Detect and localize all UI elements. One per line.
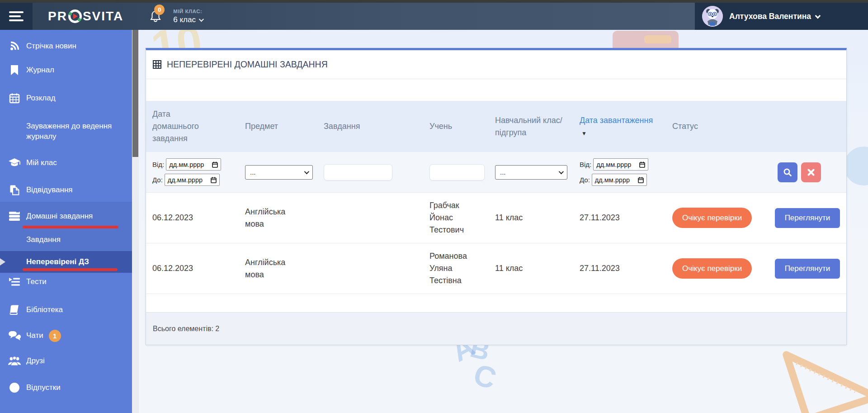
hamburger-icon xyxy=(9,9,24,24)
rss-icon xyxy=(8,41,21,52)
sidebar-item-library[interactable]: Бібліотека xyxy=(0,299,132,321)
prosvita-logo[interactable]: PR SVITA xyxy=(48,9,123,24)
chats-badge: 1 xyxy=(49,330,61,342)
chat-bubbles-icon xyxy=(8,331,21,341)
col-header-status: Статус xyxy=(672,120,775,133)
clear-filters-button[interactable] xyxy=(801,162,821,182)
col-header-pupil: Учень xyxy=(429,120,495,133)
calendar-icon xyxy=(212,161,218,168)
table-filter-row: Від: дд.мм.рррр До: дд.мм.рррр ... xyxy=(146,152,846,192)
sidebar-item-schedule[interactable]: Розклад xyxy=(0,87,132,109)
test-list-icon xyxy=(8,277,21,286)
table-row: 06.12.2023 Англійська мова Романова Улян… xyxy=(146,243,846,294)
homework-date-from-input[interactable]: дд.мм.рррр xyxy=(166,158,221,171)
sidebar-item-news-feed[interactable]: Стрічка новин xyxy=(0,35,132,57)
cell-upload-date: 27.11.2023 xyxy=(580,212,672,224)
date-to-label: До: xyxy=(580,176,590,184)
bookmark-icon xyxy=(8,65,21,76)
main-content: 10 ABC НЕПЕРЕВІРЕНІ ДОМАШНІ ЗАВДАННЯ Дат… xyxy=(139,30,868,413)
view-button[interactable]: Переглянути xyxy=(775,259,840,279)
search-button[interactable] xyxy=(778,162,797,182)
cell-pupil: Романова Уляна Тестівна xyxy=(429,250,475,287)
calendar-icon xyxy=(639,161,645,168)
pages-icon xyxy=(8,185,21,195)
total-items-text: Всього елементів: 2 xyxy=(153,325,219,333)
upload-date-from-input[interactable]: дд.мм.рррр xyxy=(593,158,648,171)
user-name: Алтухова Валентина xyxy=(729,12,811,21)
notifications-button[interactable]: 0 xyxy=(150,10,161,23)
chevron-down-icon xyxy=(559,169,564,174)
sidebar-item-vacations[interactable]: Відпустки xyxy=(0,377,132,399)
cell-homework-date: 06.12.2023 xyxy=(152,212,245,224)
sidebar-nav: Стрічка новин Журнал Розклад Зауваження … xyxy=(0,30,132,413)
class-filter-select[interactable]: ... xyxy=(495,165,567,180)
date-from-label: Від: xyxy=(580,161,591,168)
calendar-icon xyxy=(211,177,217,183)
red-annotation-underline xyxy=(23,268,118,271)
class-selector-value: 6 клас xyxy=(173,15,196,24)
table-footer: Всього елементів: 2 xyxy=(146,312,846,345)
page-title: НЕПЕРЕВІРЕНІ ДОМАШНІ ЗАВДАННЯ xyxy=(167,59,328,70)
view-button[interactable]: Переглянути xyxy=(775,208,840,228)
users-icon xyxy=(8,356,21,366)
table-icon xyxy=(153,60,161,69)
red-annotation-underline xyxy=(23,226,118,228)
graduation-cap-icon xyxy=(8,158,21,168)
sidebar-item-journal[interactable]: Журнал xyxy=(0,59,132,81)
class-selector-label: МІЙ КЛАС: xyxy=(173,9,203,14)
col-header-subject: Предмет xyxy=(245,120,324,133)
sidebar-scrollbar[interactable] xyxy=(132,30,139,413)
logo-text-pre: PR xyxy=(48,9,67,24)
unchecked-homework-panel: НЕПЕРЕВІРЕНІ ДОМАШНІ ЗАВДАННЯ Дата домаш… xyxy=(146,48,847,345)
cell-homework-date: 06.12.2023 xyxy=(152,262,245,275)
close-icon xyxy=(807,169,815,176)
sidebar-item-journal-remarks[interactable]: Зауваження до ведення журналу xyxy=(0,118,132,145)
sidebar-item-chats[interactable]: Чати 1 xyxy=(0,325,132,347)
table-header-row: Дата домашнього завдання Предмет Завданн… xyxy=(146,101,846,152)
panel-title-row: НЕПЕРЕВІРЕНІ ДОМАШНІ ЗАВДАННЯ xyxy=(146,50,846,79)
cell-class: 11 клас xyxy=(495,212,580,224)
table-empty-strip xyxy=(146,294,846,312)
app-header: PR SVITA 0 МІЙ КЛАС: 6 клас xyxy=(0,3,868,30)
avatar xyxy=(702,6,723,27)
sidebar-item-attendance[interactable]: Відвідування xyxy=(0,179,132,201)
watermark-circle xyxy=(844,147,868,185)
col-header-homework-date: Дата домашнього завдання xyxy=(152,108,213,145)
date-from-label: Від: xyxy=(152,161,164,168)
task-filter-input[interactable] xyxy=(324,164,392,180)
sidebar-item-friends[interactable]: Друзі xyxy=(0,350,132,372)
upload-date-to-input[interactable]: дд.мм.рррр xyxy=(592,174,647,186)
status-badge: Очікує перевірки xyxy=(672,258,752,279)
book-icon xyxy=(8,305,21,315)
chevron-down-icon xyxy=(304,169,309,174)
status-badge: Очікує перевірки xyxy=(672,208,752,228)
logo-text-post: SVITA xyxy=(83,9,123,24)
cell-upload-date: 27.11.2023 xyxy=(580,262,672,275)
pupil-filter-input[interactable] xyxy=(429,164,485,180)
sort-desc-icon: ▼ xyxy=(581,130,587,137)
calendar-icon xyxy=(638,177,644,183)
sidebar-item-tests[interactable]: Тести xyxy=(0,271,132,293)
hamburger-menu-button[interactable] xyxy=(0,3,33,30)
chevron-down-icon xyxy=(815,13,821,19)
active-pointer-icon xyxy=(0,258,5,266)
col-header-task: Завдання xyxy=(324,120,429,133)
sidebar-item-homework[interactable]: Домашні завдання xyxy=(0,205,132,227)
logo-play-icon xyxy=(68,9,82,23)
col-header-class: Навчальний клас/підгрупа xyxy=(495,114,567,139)
date-to-label: До: xyxy=(152,176,163,184)
homework-date-to-input[interactable]: дд.мм.рррр xyxy=(165,174,220,186)
scrollbar-thumb[interactable] xyxy=(132,30,138,157)
col-header-upload-date-sort[interactable]: Дата завантаження ▼ xyxy=(580,114,656,139)
notifications-badge: 0 xyxy=(154,5,165,15)
subject-filter-select[interactable]: ... xyxy=(245,165,313,180)
class-selector[interactable]: МІЙ КЛАС: 6 клас xyxy=(173,9,203,24)
sidebar-item-my-class[interactable]: Мій клас xyxy=(0,152,132,174)
sidebar-item-tasks[interactable]: Завдання xyxy=(0,229,132,251)
circle-icon xyxy=(8,382,21,393)
sidebar-item-partial[interactable] xyxy=(0,408,132,413)
homework-stack-icon xyxy=(8,211,21,221)
table-row: 06.12.2023 Англійська мова Грабчак Йонас… xyxy=(146,192,846,243)
user-menu[interactable]: Алтухова Валентина xyxy=(695,3,868,30)
cell-subject: Англійська мова xyxy=(245,206,299,230)
